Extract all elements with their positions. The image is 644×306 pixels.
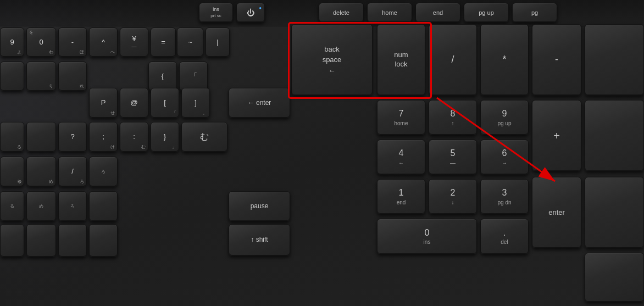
key-pause[interactable]: pause	[229, 191, 290, 221]
key-open-brace[interactable]: {	[148, 62, 177, 91]
key-num-slash[interactable]: /	[429, 24, 477, 96]
key-slash-ro[interactable]: / ろ	[58, 157, 87, 187]
key-question[interactable]: ?	[58, 122, 87, 152]
key-right-edge-4[interactable]	[585, 253, 644, 302]
key-num-enter[interactable]: enter	[532, 177, 581, 248]
key-num-2[interactable]: 2 ↓	[429, 179, 477, 214]
key-right-edge-3[interactable]	[585, 177, 644, 248]
key-bracket-open[interactable]: [ 「	[151, 88, 179, 118]
key-left-bot-4[interactable]	[89, 191, 118, 221]
key-ro[interactable]: ろ	[89, 157, 118, 187]
key-last-row-1[interactable]	[0, 224, 24, 257]
key-p-se[interactable]: P せ	[89, 88, 118, 118]
key-pg-partial[interactable]: pg	[512, 3, 557, 23]
key-num-plus[interactable]: +	[532, 100, 581, 171]
key-numlock[interactable]: num lock	[377, 24, 425, 96]
key-left-row2-3[interactable]: れ	[58, 62, 87, 91]
key-left-row3-1[interactable]: る	[0, 122, 24, 152]
key-kagikakko-open[interactable]: 「	[179, 62, 208, 91]
key-left-bot-1[interactable]: る	[0, 191, 24, 221]
key-num-5[interactable]: 5 —	[429, 140, 477, 175]
key-tilde[interactable]: ~	[177, 27, 203, 57]
keyboard-image: insprt sc ⏻● delete home end pg up pg 9 …	[0, 0, 644, 306]
key-left-row2-1[interactable]	[0, 62, 24, 91]
key-last-row-3[interactable]	[58, 224, 87, 257]
key-ins-prt-sc[interactable]: insprt sc	[199, 3, 233, 23]
key-colon[interactable]: : む	[120, 122, 148, 152]
key-equals[interactable]: =	[151, 27, 176, 57]
key-home[interactable]: home	[367, 3, 412, 23]
key-left-bot-2[interactable]: め	[26, 191, 56, 221]
key-yen[interactable]: ¥ —	[120, 27, 148, 57]
key-semicolon[interactable]: ; け	[89, 122, 118, 152]
key-num-8[interactable]: 8 ↑	[429, 100, 477, 135]
key-num-minus[interactable]: -	[532, 24, 581, 96]
key-pg-up-top[interactable]: pg up	[464, 3, 509, 23]
key-num-star[interactable]: *	[480, 24, 529, 96]
key-power[interactable]: ⏻●	[236, 3, 265, 23]
key-last-row-4[interactable]	[89, 224, 118, 257]
key-num-1[interactable]: 1 end	[377, 179, 425, 214]
key-at[interactable]: @	[120, 88, 148, 118]
key-hat[interactable]: ^ へ	[89, 27, 118, 57]
key-delete[interactable]: delete	[319, 3, 364, 23]
key-shift-label[interactable]: ↑ shift	[229, 224, 290, 256]
key-left-row4-1[interactable]: O ら	[0, 157, 24, 187]
key-end[interactable]: end	[415, 3, 460, 23]
key-mu[interactable]: む	[181, 122, 227, 152]
key-num-4[interactable]: 4 ←	[377, 140, 425, 175]
key-enter[interactable]: ← enter	[229, 88, 290, 118]
key-9-yo[interactable]: 9 よ	[0, 27, 24, 57]
key-left-bot-3[interactable]: ろ	[58, 191, 87, 221]
keyboard-surface: insprt sc ⏻● delete home end pg up pg 9 …	[0, 0, 644, 306]
key-bracket-close[interactable]: ] 。	[181, 88, 210, 118]
key-left-row3-2[interactable]	[26, 122, 56, 152]
key-close-brace[interactable]: } 」	[151, 122, 179, 152]
key-minus[interactable]: - ほ	[58, 27, 87, 57]
key-right-edge-2[interactable]	[585, 100, 644, 171]
key-pipe[interactable]: |	[206, 27, 230, 57]
key-num-6[interactable]: 6 →	[480, 140, 529, 175]
key-num-0[interactable]: 0 ins	[377, 219, 477, 254]
key-num-9[interactable]: 9 pg up	[480, 100, 529, 135]
key-num-3[interactable]: 3 pg dn	[480, 179, 529, 214]
key-num-dot[interactable]: . del	[480, 219, 529, 254]
key-num-7[interactable]: 7 home	[377, 100, 425, 135]
key-backspace[interactable]: back space ←	[291, 24, 373, 96]
key-0-wa[interactable]: 0 を わ	[26, 27, 56, 57]
key-last-row-2[interactable]	[26, 224, 56, 257]
key-right-edge-1[interactable]	[585, 24, 644, 96]
key-left-row4-2[interactable]: め	[26, 157, 56, 187]
key-left-row2-2[interactable]: り	[26, 62, 56, 91]
